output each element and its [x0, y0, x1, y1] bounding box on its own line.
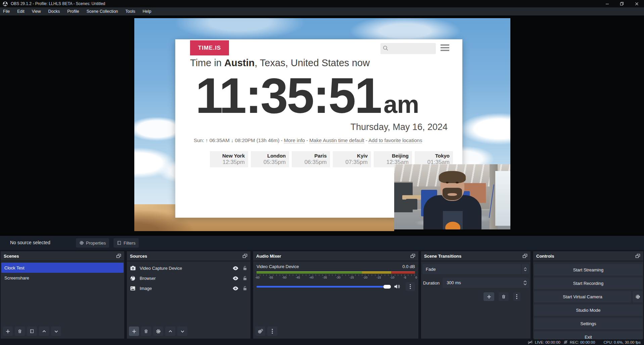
mixer-channel-name: Video Capture Device [257, 264, 299, 269]
spin-up-icon[interactable] [523, 281, 527, 283]
close-button[interactable] [629, 0, 644, 7]
menu-help[interactable]: Help [139, 7, 155, 15]
move-scene-down-button[interactable] [51, 327, 61, 336]
studio-mode-button[interactable]: Studio Mode [534, 304, 643, 316]
visibility-eye-icon[interactable] [233, 286, 238, 291]
spin-down-icon[interactable] [523, 283, 527, 285]
add-source-button[interactable] [129, 327, 139, 336]
popout-icon[interactable] [635, 254, 640, 259]
hamburger-menu-icon[interactable] [441, 44, 449, 52]
city-card[interactable]: New York12:35pm [210, 151, 248, 167]
settings-button[interactable]: Settings [534, 318, 643, 329]
source-item-image[interactable]: Image [127, 283, 250, 293]
title-bar: OBS 29.1.2 - Profile: LLHLS BETA - Scene… [0, 0, 644, 7]
lock-icon[interactable] [243, 266, 247, 270]
audio-mixer-dock: Audio Mixer Video Capture Device 0.0 dB … [253, 251, 418, 339]
menu-scene-collection[interactable]: Scene Collection [83, 7, 122, 15]
preview-canvas[interactable]: TIME.IS Time in Austin, Texas, United St… [134, 18, 510, 231]
mixer-menu-button[interactable] [267, 327, 277, 336]
chevron-updown-icon [521, 264, 529, 274]
source-item-browser[interactable]: Browser [127, 273, 250, 283]
minimize-button[interactable] [600, 0, 614, 7]
visibility-eye-icon[interactable] [233, 266, 238, 270]
duration-spinbox[interactable]: 300 ms [443, 278, 529, 288]
source-properties-button[interactable] [153, 327, 163, 336]
move-source-down-button[interactable] [177, 327, 187, 336]
add-favorite-link[interactable]: Add to favorite locations [368, 137, 422, 143]
scenes-title: Scenes [4, 254, 19, 259]
menu-docks[interactable]: Docks [45, 7, 64, 15]
date-display: Thursday, May 16, 2024 [351, 122, 448, 132]
menu-file[interactable]: File [0, 7, 13, 15]
virtual-camera-settings-button[interactable] [633, 291, 643, 302]
transitions-title: Scene Transitions [424, 254, 461, 259]
menu-edit[interactable]: Edit [13, 7, 28, 15]
mixer-channel-menu-button[interactable] [406, 282, 415, 291]
start-recording-button[interactable]: Start Recording [534, 277, 643, 289]
more-info-link[interactable]: More info [284, 137, 305, 143]
controls-dock: Controls Start Streaming Start Recording… [533, 251, 643, 339]
menu-view[interactable]: View [28, 7, 45, 15]
add-transition-button[interactable] [484, 292, 494, 301]
start-virtual-camera-button[interactable]: Start Virtual Camera [534, 291, 631, 302]
status-bar: LIVE: 00:00:00 REC: 00:00:00 CPU: 0.6%, … [0, 339, 644, 345]
scene-transitions-dock: Scene Transitions Fade Duration 300 ms [421, 251, 531, 339]
source-item-video-capture[interactable]: Video Capture Device [127, 263, 250, 273]
speaker-icon[interactable] [394, 284, 400, 289]
timeis-search-input[interactable] [380, 43, 436, 54]
menu-profile[interactable]: Profile [63, 7, 83, 15]
visibility-eye-icon[interactable] [233, 276, 238, 281]
webcam-overlay [394, 164, 510, 231]
filters-button[interactable]: Filters [113, 238, 139, 248]
volume-slider-handle[interactable] [383, 285, 391, 289]
sun-info-line: Sun: ↑ 06:35AM ↓ 08:20PM (13h 46m) - Mor… [194, 137, 422, 143]
move-scene-up-button[interactable] [39, 327, 49, 336]
duration-label: Duration [423, 281, 440, 286]
add-scene-button[interactable] [3, 327, 13, 336]
stream-inactive-icon [527, 340, 533, 344]
popout-icon[interactable] [116, 254, 121, 259]
popout-icon[interactable] [242, 254, 247, 259]
gear-icon [635, 294, 640, 299]
transition-menu-button[interactable] [513, 292, 520, 301]
timeis-heading: Time in Austin, Texas, United States now [190, 57, 370, 69]
scene-filters-button[interactable] [27, 327, 37, 336]
search-icon [383, 45, 388, 51]
properties-button[interactable]: Properties [76, 238, 109, 248]
move-source-up-button[interactable] [165, 327, 175, 336]
scenes-dock: Scenes Clock Test Screenshare [1, 251, 124, 339]
scene-item-screenshare[interactable]: Screenshare [1, 273, 124, 283]
source-status-text: No source selected [10, 240, 50, 245]
lock-icon[interactable] [243, 286, 247, 291]
obs-logo-icon [3, 1, 8, 6]
restore-button[interactable] [614, 0, 629, 7]
city-card[interactable]: London05:35pm [251, 151, 289, 167]
audio-mixer-title: Audio Mixer [256, 254, 281, 259]
remove-scene-button[interactable] [15, 327, 25, 336]
popout-icon[interactable] [522, 254, 527, 259]
popout-icon[interactable] [410, 254, 415, 259]
meter-scale: -60-55-50-45-40-35-30-25-20-15-10-50 [255, 276, 417, 279]
rec-time: REC: 00:00:00 [570, 340, 595, 344]
lock-icon[interactable] [243, 276, 247, 281]
volume-slider[interactable] [257, 286, 391, 288]
remove-source-button[interactable] [141, 327, 151, 336]
source-toolbar: No source selected Properties Filters [0, 236, 644, 250]
city-card[interactable]: Paris06:35pm [292, 151, 330, 167]
preview-workspace: TIME.IS Time in Austin, Texas, United St… [0, 15, 644, 236]
obs-window: OBS 29.1.2 - Profile: LLHLS BETA - Scene… [0, 0, 644, 345]
start-streaming-button[interactable]: Start Streaming [534, 264, 643, 275]
transition-select[interactable]: Fade [422, 264, 529, 274]
remove-transition-button[interactable] [499, 292, 509, 301]
timeis-logo: TIME.IS [190, 40, 229, 55]
city-card[interactable]: Kyiv07:35pm [333, 151, 371, 167]
record-inactive-icon [563, 340, 568, 344]
live-time: LIVE: 00:00:00 [535, 340, 560, 344]
window-title: OBS 29.1.2 - Profile: LLHLS BETA - Scene… [11, 1, 105, 6]
advanced-audio-properties-button[interactable] [255, 327, 265, 336]
menu-tools[interactable]: Tools [122, 7, 139, 15]
menu-bar: File Edit View Docks Profile Scene Colle… [0, 7, 644, 15]
scene-item-clock-test[interactable]: Clock Test [1, 263, 124, 273]
make-default-link[interactable]: Make Austin time default [309, 137, 364, 143]
filters-icon [117, 241, 122, 245]
